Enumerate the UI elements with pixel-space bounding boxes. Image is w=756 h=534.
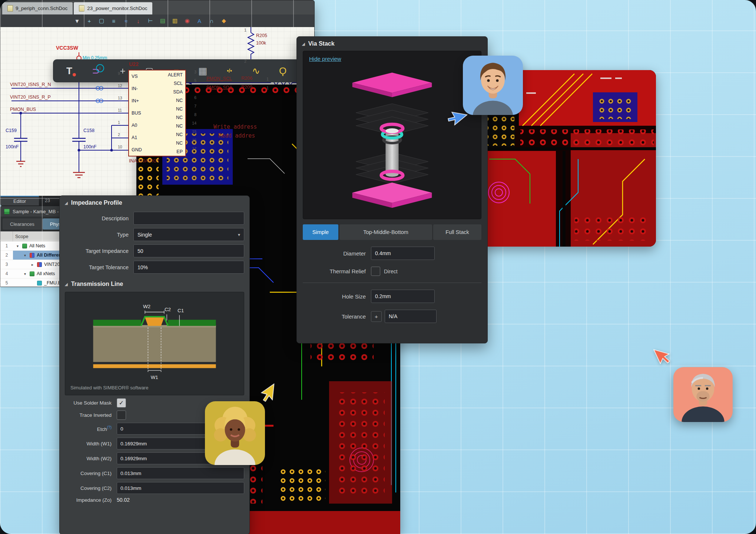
chip-pin-right: SCL 5 xyxy=(129,79,185,88)
covering-c1-label: Covering (C1) xyxy=(65,471,112,476)
thermal-relief-checkbox[interactable] xyxy=(371,267,380,276)
target-impedance-field[interactable]: 50 xyxy=(133,244,244,257)
app-canvas: T ⊃ + ▢ ▂▆▃ ▦ xyxy=(0,0,756,534)
chip-pin-right: ALERT 3 xyxy=(129,70,185,79)
component-u22[interactable]: 9 VS 12 IN- 13 IN+ xyxy=(128,70,186,156)
via-stack-tabs: Simple Top-Middle-Bottom Full Stack xyxy=(303,224,481,240)
power-net-vcc3sw[interactable]: VCC3SW xyxy=(56,45,78,51)
designator-r209[interactable]: R209 xyxy=(241,85,252,90)
net-label-pmon-scl[interactable]: PMON_SCL xyxy=(206,76,232,81)
tree-expand-icon[interactable]: ▾ xyxy=(23,272,27,276)
measure-icon[interactable]: ⊢ xyxy=(146,17,155,24)
designator-r205[interactable]: R205 xyxy=(256,33,267,38)
scope-type-icon xyxy=(37,262,42,267)
part-number[interactable]: INA230AIRGT xyxy=(129,158,160,164)
net-label-isns-p[interactable]: VINT20_ISNS_R_P xyxy=(10,95,51,100)
align-icon[interactable]: ≡ xyxy=(110,18,118,24)
compile-icon[interactable]: ◉ xyxy=(183,17,191,24)
panel-title: Via Stack xyxy=(308,40,335,47)
crosshair-icon[interactable]: + xyxy=(85,18,93,24)
value-r205[interactable]: 100k xyxy=(256,40,266,46)
arc-tool[interactable]: ⊃ xyxy=(83,62,109,80)
teardrop-tool[interactable]: Ϙ xyxy=(269,62,296,80)
pin-number: 2 xyxy=(244,59,246,63)
tool-accent-dot xyxy=(73,73,76,76)
chip-pin-right: NC 15 xyxy=(129,130,185,139)
tolerance-plus-button[interactable]: + xyxy=(371,311,382,322)
avatar-man-blue xyxy=(463,56,523,115)
description-field[interactable] xyxy=(133,212,244,225)
via-stack-tab[interactable]: Full Stack xyxy=(433,224,481,240)
col-index xyxy=(0,231,13,241)
collapse-icon[interactable]: ◢ xyxy=(65,201,68,205)
thermal-relief-label: Thermal Relief xyxy=(304,268,366,274)
editor-tab[interactable]: Editor xyxy=(0,196,39,205)
net-label-pmon-bus[interactable]: PMON_BUS xyxy=(10,107,36,112)
text-icon[interactable]: A xyxy=(195,18,203,24)
section-title: Transmission Line xyxy=(71,281,123,287)
chip-pin-right: SDA 4 xyxy=(129,88,185,96)
hole-size-field[interactable]: 0.2mm xyxy=(371,290,435,303)
schdoc-tab[interactable]: 23_power_monitor.SchDoc xyxy=(74,2,152,14)
diameter-field[interactable]: 0.4mm xyxy=(371,247,435,260)
selection-icon[interactable]: ▢ xyxy=(97,17,106,24)
schdoc-tab[interactable]: 9_periph_conn.SchDoc xyxy=(2,2,73,14)
probe-icon[interactable]: ↓ xyxy=(134,18,142,24)
type-select[interactable]: Single ▾ xyxy=(133,228,244,241)
designator-c158[interactable]: C158 xyxy=(83,128,94,133)
dim-label-c1: C1 xyxy=(178,308,184,313)
comment-write-address: Write address xyxy=(213,123,257,130)
designator-u22[interactable]: U22 xyxy=(129,61,139,67)
sheet-icon[interactable]: ▤ xyxy=(159,17,167,24)
impedance-profile-header[interactable]: ◢ Impedance Profile xyxy=(60,196,249,208)
help-icon[interactable]: (?) xyxy=(107,425,112,429)
tolerance-field[interactable]: N/A xyxy=(385,310,437,323)
designator-r206[interactable]: R206 xyxy=(241,76,252,81)
text-tool[interactable]: T xyxy=(56,62,83,80)
trace-inverted-label: Trace Inverted xyxy=(65,412,112,418)
tree-expand-icon[interactable]: ▸ xyxy=(30,263,35,267)
cursor-orange xyxy=(650,341,677,368)
value-c159[interactable]: 100nF xyxy=(6,144,19,149)
doc-icon[interactable]: ▥ xyxy=(171,17,179,24)
transmission-line-header[interactable]: ◢ Transmission Line xyxy=(60,277,249,290)
scope-type-icon xyxy=(22,244,27,248)
collapse-icon[interactable]: ◢ xyxy=(65,282,68,286)
chip-pin-right: NC 6 xyxy=(129,96,185,105)
collapse-icon[interactable]: ◢ xyxy=(302,42,305,46)
via-3d-preview xyxy=(322,67,462,216)
trace-inverted-checkbox[interactable] xyxy=(117,411,126,420)
clearance-info-icon[interactable]: i xyxy=(96,64,104,72)
covering-c1-field[interactable]: 0.013mm xyxy=(117,467,244,479)
target-tolerance-field[interactable]: 10% xyxy=(133,261,244,274)
solder-mask-checkbox[interactable]: ✓ xyxy=(117,398,126,408)
diamond-icon[interactable]: ◆ xyxy=(220,17,228,24)
impedance-zo-value: 50.02 xyxy=(117,497,130,503)
via-stack-header[interactable]: ◢ Via Stack xyxy=(297,37,487,49)
net-label-pmon-sda[interactable]: PMON_SDA xyxy=(206,85,232,90)
covering-c2-field[interactable]: 0.013mm xyxy=(117,482,244,494)
filter-icon[interactable]: ▼ xyxy=(73,18,81,24)
constraints-tab[interactable]: Clearances xyxy=(3,218,42,230)
description-label: Description xyxy=(65,215,129,221)
tree-expand-icon[interactable]: ▾ xyxy=(23,253,27,257)
hide-preview-link[interactable]: Hide preview xyxy=(309,56,341,62)
designator-c159[interactable]: C159 xyxy=(6,128,17,133)
cursor-blue xyxy=(445,108,470,132)
solder-mask-label: Use Solder Mask xyxy=(65,400,112,406)
simbeor-caption: Simulated with SIMBEOR® software xyxy=(67,383,242,394)
target-tolerance-label: Target Tolerance xyxy=(65,264,129,270)
dim-label-w2: W2 xyxy=(143,304,150,309)
pin-number: 1 xyxy=(266,86,269,90)
schematic-doc-tabs: 9_periph_conn.SchDoc 23_power_monitor.Sc… xyxy=(0,0,314,14)
arc-icon[interactable]: ∩ xyxy=(208,18,216,24)
pin-number: 1 xyxy=(266,77,269,81)
via-stack-tab[interactable]: Top-Middle-Bottom xyxy=(339,224,432,240)
value-c158[interactable]: 100nF xyxy=(83,144,96,149)
wire-icon[interactable]: ≈ xyxy=(122,18,130,24)
via-stack-tab[interactable]: Simple xyxy=(303,224,338,240)
tree-expand-icon[interactable]: ▾ xyxy=(15,244,20,248)
net-label-isns-n[interactable]: VINT20_ISNS_R_N xyxy=(10,82,51,87)
hole-size-label: Hole Size xyxy=(304,293,366,300)
project-icon xyxy=(4,209,10,214)
